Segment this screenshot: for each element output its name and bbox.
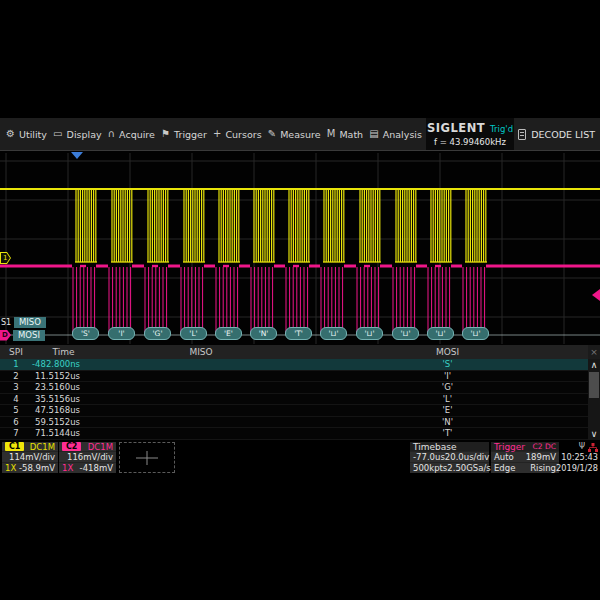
menu-item-acquire[interactable]: ∩Acquire (108, 129, 155, 140)
table-row[interactable]: 771.5144us'T' (0, 428, 588, 440)
mosi-bus-badge[interactable]: MOSI (13, 330, 45, 341)
clock-time: 10:25:43 (561, 452, 598, 462)
trigger-level-marker[interactable] (592, 289, 600, 301)
waveform-display-area[interactable]: 1 S1 MISO D MOSI 'S''I''G''L''E''N''T''⊔… (0, 150, 600, 345)
menu-label: Utility (19, 129, 47, 140)
header-mosi: MOSI (307, 345, 588, 359)
channel2-offset: -418mV (80, 463, 113, 473)
menu-bar: ⚙Utility ▭Display ∩Acquire ⚑Trigger +Cur… (0, 118, 600, 150)
decode-bubble: '⊔' (356, 327, 383, 340)
menu-item-analysis[interactable]: ▤Analysis (369, 129, 422, 140)
trigger-type: Edge (494, 463, 515, 473)
close-icon[interactable]: × (588, 345, 600, 359)
cell-time: 23.5160us (32, 382, 95, 393)
decode-bubble: 'T' (285, 327, 312, 340)
cell-spi: 7 (0, 428, 32, 439)
channel2-atten: 1X (62, 463, 73, 473)
gear-icon: ⚙ (6, 129, 15, 139)
decode-list-button[interactable]: DECODE LIST (518, 118, 595, 150)
cell-mosi: 'T' (307, 428, 588, 439)
decode-bubble: 'L' (180, 327, 207, 340)
miso-bus-badge[interactable]: MISO (14, 317, 46, 328)
menu-item-cursors[interactable]: +Cursors (213, 129, 262, 140)
decode-bubble: 'I' (108, 327, 135, 340)
acquire-icon: ∩ (108, 129, 115, 139)
cell-miso (95, 417, 307, 428)
decode-list-table: SPI Time MISO MOSI × 1-482.800ns'S'211.5… (0, 345, 600, 440)
timebase-panel[interactable]: Timebase -77.0us20.0us/div 500kpts2.50GS… (410, 442, 489, 473)
decode-bubble: 'E' (215, 327, 242, 340)
display-icon: ▭ (53, 129, 62, 139)
table-row[interactable]: 435.5156us'L' (0, 394, 588, 406)
cell-mosi: 'G' (307, 382, 588, 393)
trigger-position-marker[interactable] (71, 152, 83, 159)
table-row[interactable]: 323.5160us'G' (0, 382, 588, 394)
menu-label: Acquire (119, 129, 155, 140)
scrollbar-thumb[interactable] (589, 372, 599, 398)
cursors-icon: + (213, 129, 221, 139)
table-row[interactable]: 659.5152us'N' (0, 417, 588, 429)
menu-label: Display (67, 129, 102, 140)
table-scrollbar[interactable]: ∧ ∨ (588, 359, 600, 440)
menu-items: ⚙Utility ▭Display ∩Acquire ⚑Trigger +Cur… (6, 118, 422, 150)
trigger-title: Trigger (494, 442, 525, 452)
system-status-column: Ψ 10:25:43 2019/1/28 (561, 442, 598, 473)
bottom-status-bar: C1DC1M 114mV/div 1X-58.9mV C2DC1M 116mV/… (0, 440, 600, 475)
header-spi: SPI (0, 345, 32, 359)
cell-spi: 1 (0, 359, 32, 370)
cell-spi: 2 (0, 371, 32, 382)
header-time: Time (32, 345, 95, 359)
decode-position-marker[interactable]: D (0, 330, 11, 341)
decode-bubble: '⊔' (392, 327, 419, 340)
table-body: 1-482.800ns'S'211.5152us'I'323.5160us'G'… (0, 359, 588, 440)
timebase-delay: -77.0us (413, 452, 445, 462)
usb-icon: Ψ (579, 442, 585, 452)
trigger-level: 189mV (526, 452, 556, 462)
cell-spi: 4 (0, 394, 32, 405)
channel2-panel[interactable]: C2DC1M 116mV/div 1X-418mV (59, 442, 116, 473)
cell-mosi: 'N' (307, 417, 588, 428)
cell-mosi: 'S' (307, 359, 588, 370)
channel1-coupling: DC1M (30, 442, 55, 452)
clock-date: 2019/1/28 (561, 463, 598, 473)
channel1-scale: 114mV/div (5, 452, 55, 462)
decode-bubble: '⊔' (462, 327, 489, 340)
scroll-up-icon[interactable]: ∧ (588, 359, 600, 371)
oscilloscope-screen: ⚙Utility ▭Display ∩Acquire ⚑Trigger +Cur… (0, 118, 600, 475)
lan-icon (588, 443, 598, 452)
menu-item-math[interactable]: MMath (327, 129, 363, 140)
table-row[interactable]: 547.5168us'E' (0, 405, 588, 417)
table-row[interactable]: 211.5152us'I' (0, 371, 588, 383)
timebase-samplerate: 2.50GSa/s (447, 463, 490, 473)
cell-time: 59.5152us (32, 417, 95, 428)
cell-miso (95, 382, 307, 393)
cell-miso (95, 405, 307, 416)
bus-id-label: S1 (0, 318, 12, 327)
decode-bubble: '⊔' (427, 327, 454, 340)
trigger-frequency-readout: f = 43.99460kHz (426, 137, 514, 147)
menu-item-utility[interactable]: ⚙Utility (6, 129, 47, 140)
math-icon: M (327, 129, 336, 139)
channel1-offset: -58.9mV (19, 463, 55, 473)
menu-item-display[interactable]: ▭Display (53, 129, 101, 140)
cell-mosi: 'I' (307, 371, 588, 382)
decode-list-label: DECODE LIST (531, 129, 595, 140)
add-channel-button[interactable] (119, 442, 175, 473)
menu-label: Analysis (383, 129, 422, 140)
table-row[interactable]: 1-482.800ns'S' (0, 359, 588, 371)
letterbox-background: ⚙Utility ▭Display ∩Acquire ⚑Trigger +Cur… (0, 0, 600, 600)
timebase-scale: 20.0us/div (445, 452, 489, 462)
cell-miso (95, 371, 307, 382)
cell-time: 11.5152us (32, 371, 95, 382)
channel1-panel[interactable]: C1DC1M 114mV/div 1X-58.9mV (2, 442, 58, 473)
menu-item-measure[interactable]: ✎Measure (268, 129, 321, 140)
cell-miso (95, 359, 307, 370)
trigger-panel[interactable]: TriggerC2 DC Auto189mV EdgeRising (491, 442, 559, 473)
header-miso: MISO (95, 345, 307, 359)
measure-icon: ✎ (268, 129, 276, 139)
channel2-coupling: DC1M (88, 442, 113, 452)
menu-item-trigger[interactable]: ⚑Trigger (161, 129, 207, 140)
analysis-icon: ▤ (369, 129, 378, 139)
cell-miso (95, 428, 307, 439)
scroll-down-icon[interactable]: ∨ (588, 428, 600, 440)
